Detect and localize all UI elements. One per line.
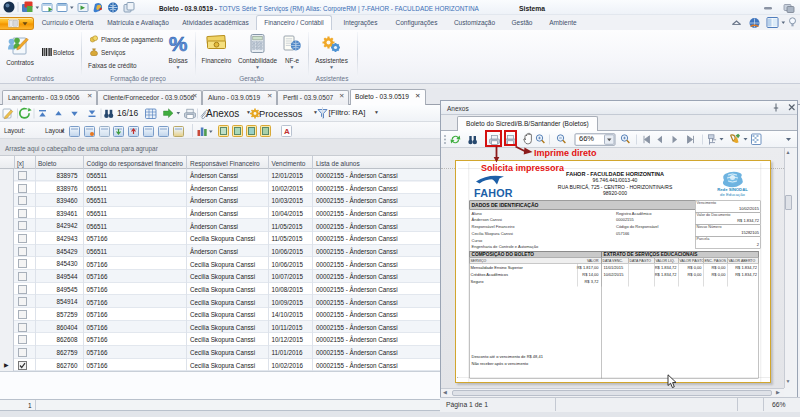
svg-text:FAHOR: FAHOR	[474, 187, 513, 199]
svg-text:de Educação: de Educação	[720, 191, 745, 196]
svg-text:Rede SINODAL: Rede SINODAL	[717, 186, 748, 191]
svg-text:%: %	[169, 33, 188, 53]
